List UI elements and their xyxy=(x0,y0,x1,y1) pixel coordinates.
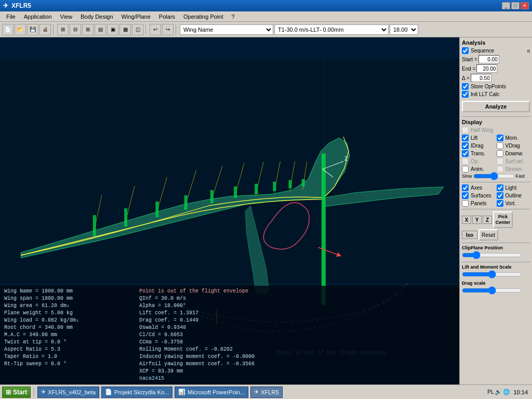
menu-polars[interactable]: Polars xyxy=(155,12,179,21)
app-icon: ✈ xyxy=(3,2,8,9)
reset-button[interactable]: Reset xyxy=(478,229,498,241)
surfaces-checkbox[interactable] xyxy=(462,192,469,199)
vort-label: Vort. xyxy=(506,201,516,206)
store-op-checkbox[interactable] xyxy=(462,83,469,90)
lift-checkbox[interactable] xyxy=(462,135,469,141)
menu-body-design[interactable]: Body Design xyxy=(76,12,117,21)
downw-checkbox[interactable] xyxy=(497,150,503,157)
delta-input[interactable] xyxy=(471,74,491,82)
vdrag-row: VDrag xyxy=(497,142,530,149)
toolbar-btn-5[interactable]: ▣ xyxy=(107,24,118,35)
info-lift-coef: Lift coef. = 1.3917 xyxy=(139,310,455,317)
toolbar-btn-1[interactable]: ⊞ xyxy=(57,24,69,35)
end-input[interactable] xyxy=(476,64,497,73)
toolbar-btn-4[interactable]: ▤ xyxy=(95,24,106,35)
menu-help[interactable]: ? xyxy=(227,12,238,21)
mom-label: Mom. xyxy=(506,135,518,141)
vort-checkbox[interactable] xyxy=(497,200,503,207)
light-label: Light xyxy=(506,185,517,191)
info-airfoil-yawing: Airfoil yawing moment coef. = -0.3566 xyxy=(139,361,455,368)
speed-slider[interactable] xyxy=(473,172,515,180)
idrag-checkbox[interactable] xyxy=(462,142,469,149)
info-oswald: Oswald = 0.9348 xyxy=(139,324,455,331)
undo-button[interactable]: ↩ xyxy=(150,24,161,35)
xyz-row: X Y Z Pick Center xyxy=(462,211,530,228)
toolbar: 📄 📂 💾 🖨 ⊞ ⊟ ⊞ ▤ ▣ ▦ ◫ ↩ ↪ Wing Name T1-3… xyxy=(0,22,532,37)
light-checkbox[interactable] xyxy=(497,184,503,191)
iso-button[interactable]: Iso xyxy=(462,231,477,239)
taskbar-sep-1 xyxy=(34,388,34,397)
start-button[interactable]: ⊞ Start xyxy=(2,387,31,398)
sep1 xyxy=(53,24,55,35)
taskbar-projekt[interactable]: 📄 Projekt Skrzydla Ko... xyxy=(101,387,172,398)
panels-checkbox[interactable] xyxy=(462,200,469,207)
op-row: Op. xyxy=(462,158,496,165)
sequence-row: Sequence α xyxy=(462,47,530,54)
menu-operating-point[interactable]: Operating Point xyxy=(179,12,227,21)
outline-checkbox[interactable] xyxy=(497,192,503,199)
op-checkbox[interactable] xyxy=(462,158,469,165)
x-button[interactable]: X xyxy=(462,216,471,224)
pick-center-button[interactable]: Pick Center xyxy=(493,211,513,228)
toolbar-btn-2[interactable]: ⊟ xyxy=(70,24,81,35)
light-row: Light xyxy=(497,184,530,191)
value-combo[interactable]: 18.00 xyxy=(390,24,418,35)
vdrag-checkbox[interactable] xyxy=(497,142,503,149)
viewport[interactable]: Z ↑ Point is out of the flight envelope xyxy=(0,37,459,384)
divider-2 xyxy=(462,182,530,182)
toolbar-btn-6[interactable]: ▦ xyxy=(119,24,131,35)
vort-row: Vort. xyxy=(497,200,530,207)
panels-label: Panels xyxy=(471,201,487,206)
menu-file[interactable]: File xyxy=(2,12,20,21)
outline-label: Outline xyxy=(506,193,522,198)
minimize-button[interactable]: _ xyxy=(502,2,510,9)
view-controls-section: X Y Z Pick Center Iso Reset xyxy=(462,211,530,241)
redo-button[interactable]: ↪ xyxy=(162,24,174,35)
menu-view[interactable]: View xyxy=(56,12,77,21)
info-warning: Point is out of the flight envelope xyxy=(139,288,455,295)
analyze-button[interactable]: Analyze xyxy=(462,101,530,112)
z-button[interactable]: Z xyxy=(483,216,492,224)
lift-row: Lift xyxy=(462,135,496,141)
analysis-combo[interactable]: T1-30.0 m/s-LLT- 0.00mm xyxy=(274,24,389,35)
y-button[interactable]: Y xyxy=(472,216,482,224)
surfaces-label: Surfaces xyxy=(471,193,491,198)
taskbar-xflr5-old[interactable]: ✈ XFLR5_v402_beta xyxy=(37,387,99,398)
new-button[interactable]: 📄 xyxy=(2,24,14,35)
init-llt-checkbox[interactable] xyxy=(462,91,469,98)
print-button[interactable]: 🖨 xyxy=(39,24,51,35)
mom-checkbox[interactable] xyxy=(497,135,503,141)
info-qinf: QInf = 30.0 m/s xyxy=(139,295,455,302)
close-button[interactable]: ✕ xyxy=(521,2,529,9)
axes-checkbox[interactable] xyxy=(462,184,469,191)
window-controls[interactable]: _ □ ✕ xyxy=(502,2,529,9)
surf-vel-checkbox[interactable] xyxy=(497,158,503,165)
open-button[interactable]: 📂 xyxy=(15,24,26,35)
taskbar-xflr5-active[interactable]: ✈ XFLR5 xyxy=(250,387,282,398)
menu-wing-plane[interactable]: Wing/Plane xyxy=(117,12,155,21)
idrag-row: IDrag xyxy=(462,142,496,149)
wing-name-combo[interactable]: Wing Name xyxy=(180,24,273,35)
save-button[interactable]: 💾 xyxy=(27,24,38,35)
clip-plane-slider[interactable] xyxy=(462,251,522,259)
toolbar-btn-7[interactable]: ◫ xyxy=(132,24,143,35)
surf-vel-label: Surf.vel xyxy=(506,158,523,164)
svg-rect-15 xyxy=(155,202,158,217)
start-input[interactable] xyxy=(478,55,499,63)
svg-rect-20 xyxy=(273,182,276,191)
taskbar-powerpoint[interactable]: 📊 Microsoft PowerPoin... xyxy=(175,387,248,398)
lift-moment-slider[interactable] xyxy=(462,271,522,278)
menu-application[interactable]: Application xyxy=(20,12,56,21)
app-title: ✈ XFLR5 xyxy=(3,2,31,9)
toolbar-btn-3[interactable]: ⊞ xyxy=(82,24,94,35)
anim-checkbox[interactable] xyxy=(462,166,469,172)
taskbar-item-label-2: Microsoft PowerPoin... xyxy=(188,389,245,395)
anim-label: Anim. xyxy=(471,166,484,172)
half-wing-checkbox[interactable] xyxy=(462,127,469,134)
maximize-button[interactable]: □ xyxy=(511,2,520,9)
sequence-checkbox[interactable] xyxy=(462,47,469,54)
app-icon-3: 📊 xyxy=(178,389,185,395)
trans-checkbox[interactable] xyxy=(462,150,469,157)
info-panel: Wing Name = 1800.00 mm Wing span = 1800.… xyxy=(0,286,459,384)
drag-scale-slider[interactable] xyxy=(462,287,522,294)
